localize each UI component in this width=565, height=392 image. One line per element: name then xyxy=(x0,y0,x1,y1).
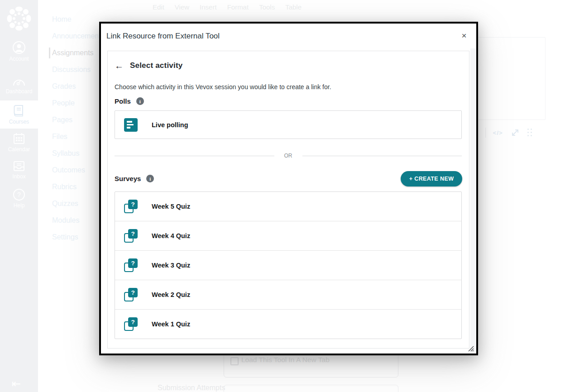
menu-format[interactable]: Format xyxy=(227,3,249,11)
survey-item-week2[interactable]: ? Week 2 Quiz xyxy=(115,280,461,310)
sidebar-item-dashboard[interactable]: Dashboard xyxy=(0,76,38,95)
back-icon[interactable]: ← xyxy=(115,61,124,70)
survey-item-label: Week 3 Quiz xyxy=(152,262,190,269)
info-icon[interactable]: i xyxy=(146,175,154,182)
survey-item-week1[interactable]: ? Week 1 Quiz xyxy=(115,310,461,339)
page-title: Select activity xyxy=(130,61,182,70)
sidebar-item-label: Courses xyxy=(9,119,29,125)
survey-item-week4[interactable]: ? Week 4 Quiz xyxy=(115,221,461,251)
global-sidebar: Account Dashboard Courses xyxy=(0,0,38,392)
menu-view[interactable]: View xyxy=(175,3,189,11)
sidebar-item-account[interactable]: Account xyxy=(0,41,38,62)
help-icon: ? xyxy=(13,188,25,201)
sidebar-item-inbox[interactable]: Inbox xyxy=(0,160,38,180)
submission-attempts-field[interactable] xyxy=(224,385,398,392)
new-tab-checkbox[interactable] xyxy=(230,357,239,365)
sidebar-item-label: Dashboard xyxy=(6,89,33,95)
editor-statusbar: ds </> xyxy=(471,127,532,139)
poll-icon xyxy=(124,118,138,132)
live-polling-item[interactable]: Live polling xyxy=(115,110,462,139)
sidebar-item-label: Inbox xyxy=(12,174,25,180)
modal-resize-grip[interactable] xyxy=(467,345,474,352)
sidebar-item-calendar[interactable]: Calendar xyxy=(0,132,38,153)
divider-line xyxy=(115,156,274,156)
collapse-sidebar-icon[interactable]: ⇤ xyxy=(12,378,21,390)
dashboard-icon xyxy=(12,76,26,87)
survey-icon: ? xyxy=(124,288,138,301)
surveys-section-label: Surveys i xyxy=(115,175,154,182)
survey-list: ? Week 5 Quiz ? Week 4 Quiz ? xyxy=(115,191,462,339)
inbox-icon xyxy=(13,160,25,172)
polls-label: Polls xyxy=(115,97,131,105)
create-new-button[interactable]: + CREATE NEW xyxy=(401,171,462,186)
poll-item-label: Live polling xyxy=(152,121,188,129)
survey-icon: ? xyxy=(124,258,138,272)
sidebar-item-label: Help xyxy=(14,203,25,209)
fullscreen-icon[interactable] xyxy=(510,128,520,138)
submission-attempts-label: Submission Attempts xyxy=(158,384,225,392)
canvas-logo-icon xyxy=(6,5,32,32)
sidebar-item-label: Account xyxy=(9,56,29,62)
scrollbar-track[interactable] xyxy=(470,48,476,354)
divider-line xyxy=(302,156,462,156)
survey-icon: ? xyxy=(124,317,138,331)
survey-item-week3[interactable]: ? Week 3 Quiz xyxy=(115,251,461,280)
info-icon[interactable]: i xyxy=(136,97,144,105)
survey-item-label: Week 1 Quiz xyxy=(152,320,190,328)
modal-body: ← Select activity Choose which activity … xyxy=(101,48,476,354)
svg-text:?: ? xyxy=(17,191,21,198)
sidebar-item-help[interactable]: ? Help xyxy=(0,188,38,209)
account-icon xyxy=(12,41,26,54)
surveys-label: Surveys xyxy=(115,175,141,182)
html-editor-icon[interactable]: </> xyxy=(493,129,503,136)
select-activity-panel: ← Select activity Choose which activity … xyxy=(107,51,469,349)
menu-table[interactable]: Table xyxy=(285,3,302,11)
editor-menubar: Edit View Insert Format Tools Table xyxy=(153,3,302,11)
or-label: OR xyxy=(284,153,292,159)
modal-header: Link Resource from External Tool × xyxy=(101,24,476,49)
sidebar-item-courses[interactable]: Courses xyxy=(0,100,38,129)
survey-icon: ? xyxy=(124,200,138,213)
or-divider: OR xyxy=(115,153,462,159)
survey-item-label: Week 2 Quiz xyxy=(152,291,190,298)
modal-title: Link Resource from External Tool xyxy=(101,32,220,41)
survey-item-label: Week 4 Quiz xyxy=(152,232,190,239)
canvas-app: Account Dashboard Courses xyxy=(0,0,565,392)
close-icon[interactable]: × xyxy=(458,30,470,42)
resize-handle-icon[interactable] xyxy=(527,129,532,137)
menu-edit[interactable]: Edit xyxy=(153,3,164,11)
link-resource-modal: Link Resource from External Tool × ← Sel… xyxy=(99,22,478,355)
courses-icon xyxy=(13,105,25,117)
activity-description: Choose which activity in this Vevox sess… xyxy=(115,83,331,91)
survey-item-label: Week 5 Quiz xyxy=(152,203,190,210)
menu-tools[interactable]: Tools xyxy=(259,3,275,11)
statusbar-divider xyxy=(485,128,486,138)
survey-icon: ? xyxy=(124,229,138,243)
calendar-icon xyxy=(13,132,25,145)
canvas-logo[interactable] xyxy=(0,5,38,32)
new-tab-label: Load This Tool In A New Tab xyxy=(241,356,330,364)
polls-section-label: Polls i xyxy=(115,97,144,105)
survey-item-week5[interactable]: ? Week 5 Quiz xyxy=(115,192,461,221)
sidebar-item-label: Calendar xyxy=(8,147,30,153)
menu-insert[interactable]: Insert xyxy=(200,3,217,11)
